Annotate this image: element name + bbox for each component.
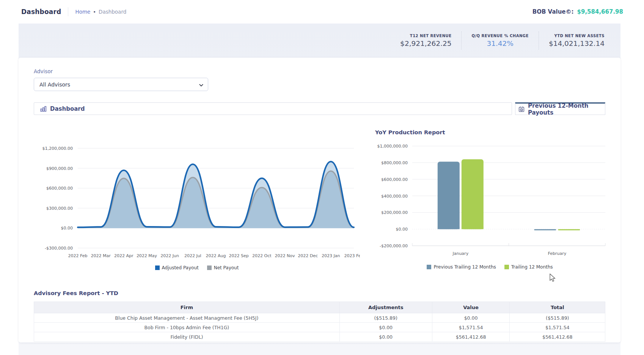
legend-swatch bbox=[155, 265, 160, 270]
svg-text:2022 Nov: 2022 Nov bbox=[275, 253, 295, 258]
column-header-firm: Firm bbox=[34, 302, 340, 313]
cell-firm: Bob Firm - 10bps Admin Fee (TH1G) bbox=[34, 323, 340, 332]
breadcrumb-home-link[interactable]: Home bbox=[75, 9, 90, 15]
svg-text:2022 Aug: 2022 Aug bbox=[206, 253, 226, 258]
column-header-total: Total bbox=[510, 302, 605, 313]
payout-area-chart: $1,200,000.00$900,000.00$600,000.00$300,… bbox=[34, 129, 360, 264]
cell-firm: Blue Chip Asset Management - Asset Manag… bbox=[34, 313, 340, 323]
stat-label: T12 NET REVENUE bbox=[400, 34, 451, 38]
svg-text:2022 Dec: 2022 Dec bbox=[298, 253, 318, 258]
table-row: Bob Firm - 10bps Admin Fee (TH1G) $0.00 … bbox=[34, 323, 605, 332]
yoy-chart-block: YoY Production Report $1,000,000.00$800,… bbox=[360, 129, 620, 270]
cell-firm: Fidelity (FIDL) bbox=[34, 332, 340, 342]
svg-text:2023 Jan: 2023 Jan bbox=[322, 253, 340, 258]
yoy-chart-title: YoY Production Report bbox=[375, 129, 620, 137]
advisory-fees-title: Advisory Fees Report - YTD bbox=[34, 290, 605, 296]
advisor-label: Advisor bbox=[34, 68, 605, 74]
page-title: Dashboard bbox=[21, 8, 61, 16]
charts-row: $1,200,000.00$900,000.00$600,000.00$300,… bbox=[34, 129, 605, 270]
cell-total: $561,412.68 bbox=[510, 332, 605, 342]
tab-previous-12-month-payouts[interactable]: Previous 12-Month Payouts bbox=[515, 102, 605, 115]
yoy-chart-legend: Previous Trailing 12 Months Trailing 12 … bbox=[360, 264, 620, 270]
stat-value: $14,021,132.14 bbox=[549, 39, 605, 47]
stat-ytd-net-new-assets: YTD NET NEW ASSETS $14,021,132.14 bbox=[539, 31, 614, 50]
svg-text:January: January bbox=[452, 251, 468, 256]
svg-text:$600,000.00: $600,000.00 bbox=[46, 186, 73, 191]
bob-value-group: BOB Value©: $9,584,667.98 bbox=[532, 8, 623, 15]
legend-item-adjusted-payout[interactable]: Adjusted Payout bbox=[155, 265, 199, 270]
legend-item-previous-trailing[interactable]: Previous Trailing 12 Months bbox=[427, 264, 496, 270]
svg-text:2022 Sep: 2022 Sep bbox=[229, 253, 249, 258]
dashboard-card: Advisor All Advisors Dashboard bbox=[19, 58, 620, 342]
legend-label: Trailing 12 Months bbox=[511, 264, 553, 270]
svg-text:-$300,000.00: -$300,000.00 bbox=[45, 246, 73, 251]
column-header-adjustments: Adjustments bbox=[339, 302, 432, 313]
cell-total: $1,571.54 bbox=[510, 323, 605, 332]
svg-text:$0.00: $0.00 bbox=[396, 227, 408, 232]
calendar-icon bbox=[518, 106, 525, 112]
legend-label: Net Payout bbox=[214, 265, 239, 270]
table-row: Fidelity (FIDL) $0.00 $561,412.68 $561,4… bbox=[34, 332, 605, 342]
cell-value: $1,571.54 bbox=[432, 323, 510, 332]
cell-adjustments: $0.00 bbox=[339, 332, 432, 342]
bob-value-label: BOB Value©: bbox=[532, 8, 574, 15]
svg-text:2022 May: 2022 May bbox=[137, 253, 157, 258]
svg-text:$1,200,000.00: $1,200,000.00 bbox=[42, 146, 73, 151]
breadcrumb-separator: • bbox=[93, 9, 96, 15]
stat-label: Q/Q REVENUE % CHANGE bbox=[471, 34, 528, 38]
legend-swatch bbox=[427, 265, 431, 269]
stat-value: 31.42% bbox=[471, 39, 528, 47]
top-bar: Dashboard Home • Dashboard BOB Value©: $… bbox=[0, 0, 644, 24]
svg-text:February: February bbox=[548, 251, 566, 256]
tab-dashboard[interactable]: Dashboard bbox=[34, 102, 512, 115]
svg-text:2022 Oct: 2022 Oct bbox=[252, 253, 272, 258]
svg-text:$300,000.00: $300,000.00 bbox=[46, 206, 73, 211]
svg-text:$400,000.00: $400,000.00 bbox=[381, 194, 408, 199]
svg-text:$900,000.00: $900,000.00 bbox=[46, 166, 73, 171]
legend-item-net-payout[interactable]: Net Payout bbox=[207, 265, 239, 270]
stat-t12-net-revenue: T12 NET REVENUE $2,921,262.25 bbox=[390, 31, 461, 50]
legend-label: Adjusted Payout bbox=[162, 265, 199, 270]
advisor-select-wrap: All Advisors bbox=[34, 78, 208, 91]
svg-text:2023 Feb: 2023 Feb bbox=[344, 253, 360, 258]
tab-label: Dashboard bbox=[50, 105, 85, 112]
divider bbox=[68, 7, 68, 16]
legend-swatch bbox=[207, 265, 212, 270]
tab-bar: Dashboard Previous 12-Month Payouts bbox=[34, 102, 605, 115]
legend-item-trailing[interactable]: Trailing 12 Months bbox=[504, 264, 553, 270]
legend-swatch bbox=[504, 265, 509, 269]
svg-text:$800,000.00: $800,000.00 bbox=[381, 160, 408, 165]
advisory-fees-table: Firm Adjustments Value Total Blue Chip A… bbox=[34, 302, 605, 342]
cell-total: ($515.89) bbox=[510, 313, 605, 323]
svg-text:$1,000,000.00: $1,000,000.00 bbox=[377, 144, 408, 149]
payout-chart-legend: Adjusted Payout Net Payout bbox=[34, 265, 360, 270]
svg-text:2022 Mar: 2022 Mar bbox=[91, 253, 111, 258]
tab-label: Previous 12-Month Payouts bbox=[528, 102, 602, 116]
cell-value: $561,412.68 bbox=[432, 332, 510, 342]
svg-text:-$200,000.00: -$200,000.00 bbox=[380, 243, 408, 248]
stat-label: YTD NET NEW ASSETS bbox=[549, 34, 605, 38]
bob-value-amount: $9,584,667.98 bbox=[577, 8, 623, 15]
stats-strip: T12 NET REVENUE $2,921,262.25 Q/Q REVENU… bbox=[19, 24, 620, 58]
column-header-value: Value bbox=[432, 302, 510, 313]
svg-text:$200,000.00: $200,000.00 bbox=[381, 210, 408, 215]
table-row: Blue Chip Asset Management - Asset Manag… bbox=[34, 313, 605, 323]
cell-adjustments: $0.00 bbox=[339, 323, 432, 332]
stat-value: $2,921,262.25 bbox=[400, 39, 451, 47]
svg-text:2022 Apr: 2022 Apr bbox=[114, 253, 134, 258]
cell-value: $0.00 bbox=[432, 313, 510, 323]
svg-text:2022 Feb: 2022 Feb bbox=[68, 253, 88, 258]
yoy-bar-chart: $1,000,000.00$800,000.00$600,000.00$400,… bbox=[360, 137, 620, 264]
advisor-select[interactable]: All Advisors bbox=[34, 78, 208, 91]
payout-chart-block: $1,200,000.00$900,000.00$600,000.00$300,… bbox=[34, 129, 360, 270]
bar-chart-icon bbox=[40, 106, 47, 112]
stat-qq-revenue-change: Q/Q REVENUE % CHANGE 31.42% bbox=[461, 31, 538, 50]
svg-text:2022 Jul: 2022 Jul bbox=[184, 253, 201, 258]
svg-text:2022 Jun: 2022 Jun bbox=[160, 253, 179, 258]
svg-text:$600,000.00: $600,000.00 bbox=[381, 177, 408, 182]
svg-text:$0.00: $0.00 bbox=[61, 226, 73, 231]
cell-adjustments: ($515.89) bbox=[339, 313, 432, 323]
table-header-row: Firm Adjustments Value Total bbox=[34, 302, 605, 313]
legend-label: Previous Trailing 12 Months bbox=[434, 264, 496, 270]
breadcrumb-current: Dashboard bbox=[99, 9, 126, 15]
